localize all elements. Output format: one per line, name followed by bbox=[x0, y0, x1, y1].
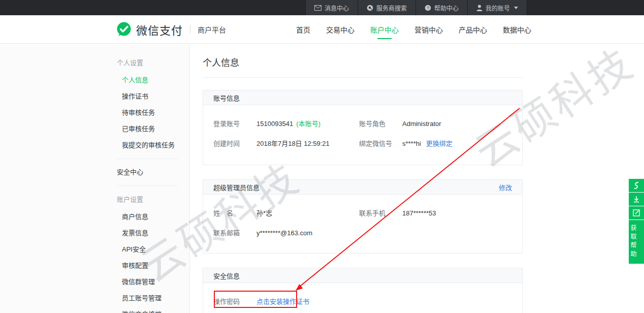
help-circle-icon: ? bbox=[425, 5, 431, 11]
nav-marketing-center[interactable]: 营销中心 bbox=[414, 15, 443, 44]
message-center-menu[interactable]: 消息中心 bbox=[305, 0, 358, 15]
my-account-menu[interactable]: 我的账号 bbox=[467, 0, 527, 15]
field-label-operation-password: 操作密码 bbox=[213, 296, 256, 306]
primary-nav: 首页 交易中心 账户中心 营销中心 产品中心 数据中心 bbox=[296, 15, 531, 44]
nav-account-center[interactable]: 账户中心 bbox=[370, 15, 399, 44]
brand: 微信支付 商户平台 bbox=[116, 15, 226, 44]
download-button[interactable] bbox=[629, 193, 644, 206]
sidebar-item-reviewed-tasks[interactable]: 已审核任务 bbox=[102, 121, 189, 137]
page: 消息中心 服务商搜索 ? 帮助中心 我的账号 bbox=[0, 0, 644, 313]
field-value-contact-email: y********@163.com bbox=[256, 229, 312, 237]
brand-name: 微信支付 bbox=[136, 21, 183, 38]
topbar-item-label: 服务商搜索 bbox=[376, 4, 407, 12]
field-label-contact-phone: 联系手机 bbox=[359, 208, 402, 217]
sidebar-item-my-submitted-tasks[interactable]: 我提交的审核任务 bbox=[102, 137, 189, 153]
card-title: 安全信息 bbox=[213, 271, 240, 280]
field-label-login-account: 登录账号 bbox=[213, 118, 256, 128]
field-value-account-role: Administrator bbox=[402, 120, 441, 128]
field-value-bound-wechat-id: s****hi更换绑定 bbox=[402, 138, 453, 148]
install-operation-certificate-link[interactable]: 点击安装操作证书 bbox=[256, 296, 309, 306]
download-icon bbox=[633, 196, 640, 203]
svg-text:?: ? bbox=[427, 5, 429, 10]
envelope-icon bbox=[314, 5, 321, 11]
nav-product-center[interactable]: 产品中心 bbox=[459, 15, 487, 44]
field-label-name: 姓 名 bbox=[213, 208, 256, 217]
page-title: 个人信息 bbox=[203, 44, 644, 69]
security-info-card: 安全信息 操作密码 点击安装操作证书 登录密码 bbox=[203, 268, 523, 313]
help-center-menu[interactable]: ? 帮助中心 bbox=[415, 0, 467, 15]
super-admin-info-card: 超级管理员信息 修改 姓 名 孙*志 联系手机 187******53 bbox=[203, 179, 523, 254]
sidebar-item-operation-certificate[interactable]: 操作证书 bbox=[102, 88, 189, 105]
account-info-card: 账号信息 登录账号 1510093541(本账号) 账号角色 Administr… bbox=[203, 90, 523, 165]
sidebar-group-account-settings: 账户设置 bbox=[102, 194, 189, 204]
feedback-link-button[interactable] bbox=[629, 179, 644, 192]
main-content: 个人信息 账号信息 登录账号 1510093541(本账号) 账号角色 Admi… bbox=[189, 44, 644, 313]
nav-home[interactable]: 首页 bbox=[296, 15, 310, 44]
field-value-login-account: 1510093541(本账号) bbox=[256, 118, 320, 128]
field-value-name: 孙*志 bbox=[256, 208, 272, 217]
card-title: 账号信息 bbox=[213, 93, 240, 103]
sidebar-item-personal-info[interactable]: 个人信息 bbox=[102, 72, 189, 88]
card-header: 账号信息 bbox=[203, 90, 522, 105]
field-label-account-role: 账号角色 bbox=[359, 118, 402, 128]
top-utility-bar: 消息中心 服务商搜索 ? 帮助中心 我的账号 bbox=[0, 0, 644, 15]
app-header: 微信支付 商户平台 首页 交易中心 账户中心 营销中心 产品中心 数据中心 bbox=[0, 15, 644, 44]
service-search-icon bbox=[367, 5, 373, 11]
sidebar-item-invoice-info[interactable]: 发票信息 bbox=[102, 225, 189, 241]
this-account-note: (本账号) bbox=[296, 120, 320, 128]
nav-data-center[interactable]: 数据中心 bbox=[503, 15, 531, 44]
card-body: 操作密码 点击安装操作证书 登录密码 bbox=[203, 283, 522, 313]
feedback-edit-button[interactable] bbox=[629, 206, 644, 220]
modify-link[interactable]: 修改 bbox=[499, 182, 512, 192]
card-body: 登录账号 1510093541(本账号) 账号角色 Administrator … bbox=[203, 105, 522, 165]
brand-separator bbox=[190, 25, 190, 34]
sidebar-divider bbox=[117, 185, 178, 186]
wechat-pay-logo-icon bbox=[116, 21, 132, 38]
edit-icon bbox=[633, 209, 640, 216]
sidebar-item-security-center[interactable]: 安全中心 bbox=[102, 164, 189, 180]
sidebar-item-merchant-info[interactable]: 商户信息 bbox=[102, 209, 189, 225]
topbar-item-label: 帮助中心 bbox=[434, 4, 459, 12]
user-icon bbox=[476, 5, 482, 11]
sidebar-group-personal-settings: 个人设置 bbox=[102, 57, 189, 67]
brand-subtitle: 商户平台 bbox=[198, 24, 226, 35]
sidebar: 个人设置 个人信息 操作证书 待审核任务 已审核任务 我提交的审核任务 安全中心… bbox=[102, 44, 189, 313]
caret-down-icon bbox=[514, 7, 518, 9]
title-divider bbox=[203, 77, 523, 78]
field-value-created-time: 2018年7月18日 12:59:21 bbox=[256, 138, 330, 148]
sidebar-item-review-config[interactable]: 审核配置 bbox=[102, 258, 189, 274]
sidebar-item-staff-account-mgmt[interactable]: 员工账号管理 bbox=[102, 290, 189, 306]
field-label-contact-email: 联系邮箱 bbox=[213, 228, 256, 237]
change-binding-link[interactable]: 更换绑定 bbox=[426, 140, 453, 147]
card-header: 超级管理员信息 修改 bbox=[203, 180, 522, 195]
topbar-item-label: 消息中心 bbox=[325, 4, 349, 12]
topbar-item-label: 我的账号 bbox=[486, 4, 510, 12]
get-help-button[interactable]: 获取帮助 bbox=[629, 220, 644, 264]
floating-toolbar: 获取帮助 bbox=[629, 179, 644, 264]
sidebar-item-api-security[interactable]: API安全 bbox=[102, 241, 189, 258]
field-label-created-time: 创建时间 bbox=[213, 138, 256, 148]
field-label-bound-wechat-id: 绑定微信号 bbox=[359, 138, 402, 148]
card-body: 姓 名 孙*志 联系手机 187******53 联系邮箱 y********@… bbox=[203, 195, 522, 253]
sidebar-item-wechat-merchant-terminal[interactable]: 微信商户终端 bbox=[102, 306, 189, 313]
field-value-contact-phone: 187******53 bbox=[402, 209, 436, 217]
sidebar-item-wechat-group-mgmt[interactable]: 微信群管理 bbox=[102, 274, 189, 290]
service-provider-search-menu[interactable]: 服务商搜索 bbox=[358, 0, 415, 15]
sidebar-divider bbox=[117, 159, 178, 159]
sidebar-item-pending-review-tasks[interactable]: 待审核任务 bbox=[102, 105, 189, 121]
nav-transaction-center[interactable]: 交易中心 bbox=[326, 15, 355, 44]
card-header: 安全信息 bbox=[203, 268, 522, 283]
card-title: 超级管理员信息 bbox=[213, 182, 260, 192]
link-icon bbox=[633, 181, 640, 190]
